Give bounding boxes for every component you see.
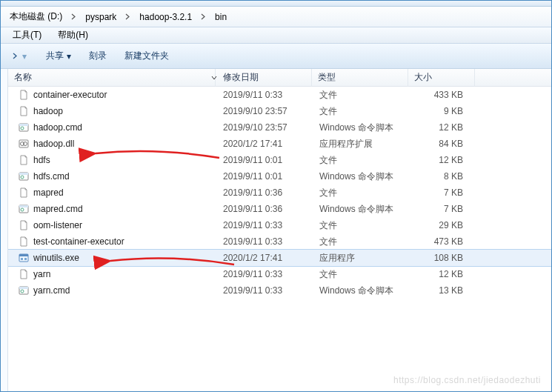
file-type: 应用程序扩展 [313, 136, 410, 152]
file-type: 应用程序 [313, 250, 410, 266]
menu-tools[interactable]: 工具(T) [7, 27, 47, 43]
menubar: 工具(T) 帮助(H) [1, 27, 551, 44]
chevron-right-icon[interactable] [70, 12, 78, 22]
file-row[interactable]: yarn.cmd2019/9/11 0:33Windows 命令脚本13 KB [8, 282, 551, 299]
file-size: 108 KB [410, 251, 469, 265]
burn-button[interactable]: 刻录 [82, 47, 114, 65]
svg-rect-17 [19, 287, 28, 289]
file-icon [19, 155, 29, 165]
file-size: 7 KB [410, 186, 469, 199]
file-size: 12 KB [410, 121, 469, 134]
chevron-down-icon: ▾ [67, 51, 71, 62]
file-name: hadoop [33, 106, 63, 116]
file-date: 2019/9/10 23:57 [217, 121, 313, 134]
file-name: winutils.exe [33, 253, 79, 263]
svg-rect-7 [19, 173, 28, 175]
cmd-icon [19, 285, 29, 296]
chevron-right-icon[interactable] [199, 12, 207, 22]
file-list[interactable]: 名称 修改日期 类型 大小 container-executor2019/9/1… [8, 69, 551, 391]
sort-dropdown-icon [211, 73, 217, 83]
file-row[interactable]: hadoop2019/9/10 23:57文件9 KB [8, 103, 551, 119]
file-icon [19, 269, 29, 279]
menu-help[interactable]: 帮助(H) [52, 27, 94, 43]
file-type: 文件 [313, 153, 410, 168]
file-size: 84 KB [410, 137, 469, 150]
new-folder-button[interactable]: 新建文件夹 [117, 47, 176, 65]
exe-icon [19, 253, 29, 263]
file-row[interactable]: container-executor2019/9/11 0:33文件433 KB [8, 87, 551, 103]
file-row[interactable]: hdfs.cmd2019/9/11 0:01Windows 命令脚本8 KB [8, 168, 551, 185]
file-size: 433 KB [410, 88, 469, 102]
separator: ▾ [21, 51, 28, 62]
file-name: container-executor [33, 90, 107, 100]
file-date: 2019/9/11 0:36 [217, 186, 313, 199]
file-size: 8 KB [410, 170, 469, 183]
file-icon [19, 220, 29, 230]
svg-rect-1 [19, 124, 28, 126]
toolbar-organize-dropdown[interactable]: ▾ [5, 48, 36, 64]
file-size: 13 KB [410, 284, 469, 297]
column-header-date[interactable]: 修改日期 [216, 69, 312, 87]
file-name: hdfs.cmd [33, 171, 70, 182]
file-type: 文件 [313, 267, 410, 282]
column-headers: 名称 修改日期 类型 大小 [8, 69, 551, 87]
file-date: 2019/9/11 0:36 [217, 202, 313, 216]
file-size: 29 KB [410, 219, 469, 232]
file-row[interactable]: oom-listener2019/9/11 0:33文件29 KB [8, 217, 551, 233]
file-size: 12 KB [410, 268, 469, 281]
file-row[interactable]: mapred.cmd2019/9/11 0:36Windows 命令脚本7 KB [8, 201, 551, 217]
file-name: oom-listener [33, 220, 82, 230]
column-header-size[interactable]: 大小 [408, 69, 475, 87]
column-header-type[interactable]: 类型 [312, 69, 408, 87]
svg-rect-14 [21, 258, 23, 260]
file-row[interactable]: yarn2019/9/11 0:33文件12 KB [8, 266, 551, 282]
file-type: 文件 [313, 234, 410, 250]
file-type: Windows 命令脚本 [313, 202, 410, 217]
file-type: 文件 [313, 104, 410, 119]
file-row[interactable]: hdfs2019/9/11 0:01文件12 KB [8, 152, 551, 168]
chevron-right-icon[interactable] [124, 12, 132, 22]
file-name: hadoop.cmd [33, 122, 82, 133]
file-size: 12 KB [410, 153, 469, 167]
svg-rect-13 [19, 254, 28, 256]
breadcrumb-item[interactable]: hadoop-3.2.1 [135, 10, 196, 24]
file-date: 2019/9/11 0:33 [217, 284, 313, 297]
file-date: 2020/1/2 17:41 [217, 137, 313, 150]
column-header-name[interactable]: 名称 [8, 69, 216, 87]
breadcrumb-item[interactable]: bin [210, 10, 231, 24]
toolbar: ▾ 共享 ▾ 刻录 新建文件夹 [1, 44, 551, 69]
file-size: 7 KB [410, 202, 469, 216]
cmd-icon [19, 122, 29, 133]
file-row[interactable]: winutils.exe2020/1/2 17:41应用程序108 KB [8, 250, 551, 266]
file-icon [19, 187, 29, 198]
file-row[interactable]: hadoop.cmd2019/9/10 23:57Windows 命令脚本12 … [8, 119, 551, 136]
column-label: 修改日期 [223, 71, 259, 84]
file-row[interactable]: test-container-executor2019/9/11 0:33文件4… [8, 233, 551, 250]
file-type: 文件 [313, 218, 410, 233]
file-type: Windows 命令脚本 [313, 169, 410, 185]
share-label: 共享 [46, 50, 64, 62]
chevron-right-icon [13, 51, 18, 62]
watermark: https://blog.csdn.net/jiedaodezhuti [393, 375, 541, 385]
file-type: Windows 命令脚本 [313, 283, 410, 299]
file-name: test-container-executor [33, 236, 124, 247]
file-name: yarn [33, 269, 50, 279]
file-size: 473 KB [410, 235, 469, 248]
file-type: Windows 命令脚本 [313, 120, 410, 136]
breadcrumb-item-drive[interactable]: 本地磁盘 (D:) [5, 9, 67, 24]
dll-icon [19, 139, 29, 149]
file-date: 2019/9/10 23:57 [217, 104, 313, 118]
file-icon [19, 106, 29, 116]
file-size: 9 KB [410, 104, 469, 118]
file-row[interactable]: mapred2019/9/11 0:36文件7 KB [8, 185, 551, 201]
file-date: 2019/9/11 0:01 [217, 153, 313, 167]
breadcrumb-item[interactable]: pyspark [81, 10, 121, 24]
file-name: hadoop.dll [33, 139, 74, 149]
breadcrumb[interactable]: 本地磁盘 (D:) pyspark hadoop-3.2.1 bin [1, 7, 551, 27]
file-date: 2019/9/11 0:33 [217, 219, 313, 232]
svg-rect-15 [24, 258, 27, 260]
file-type: 文件 [313, 185, 410, 201]
file-row[interactable]: hadoop.dll2020/1/2 17:41应用程序扩展84 KB [8, 136, 551, 152]
share-button[interactable]: 共享 ▾ [39, 47, 79, 65]
file-date: 2020/1/2 17:41 [217, 251, 313, 265]
